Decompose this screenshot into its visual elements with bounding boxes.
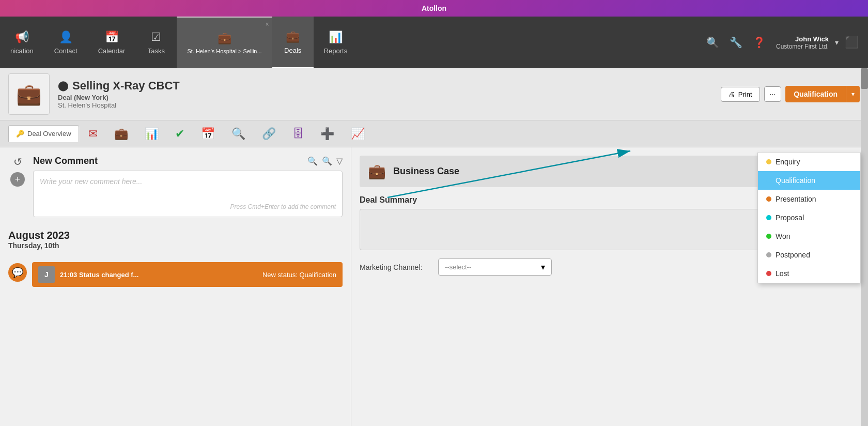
nav-label-contact: Contact [54,47,78,55]
timeline-entry-row: 💬 J 21:03 Status changed f... New status… [8,258,343,287]
dot-icon-proposal [766,215,771,220]
dot-icon-won [766,234,771,239]
status-dropdown[interactable]: EnquiryQualificationPresentationProposal… [757,152,861,283]
dropdown-item-proposal[interactable]: Proposal [758,208,860,227]
reports-icon: 📊 [329,31,343,44]
scrollbar-track[interactable] [861,147,868,426]
deal-company: St. Helen's Hospital [58,101,712,109]
tab-check[interactable]: ✔ [168,123,192,145]
content-area: 💼 ⬤ Selling X-Ray CBCT Deal (New York) S… [0,68,868,426]
deal-header: 💼 ⬤ Selling X-Ray CBCT Deal (New York) S… [0,68,868,120]
timeline-controls: ↺ + [8,156,27,187]
tab-link[interactable]: 🔗 [255,123,283,145]
marketing-select-text: --select-- [445,263,471,271]
more-button[interactable]: ··· [764,86,782,102]
mail-icon: ✉ [88,127,98,141]
tab-calendar2[interactable]: 📅 [194,123,222,145]
dropdown-item-won[interactable]: Won [758,227,860,246]
tab-plus-circle[interactable]: ➕ [313,123,342,145]
dot-icon-enquiry [766,159,771,164]
comment-header: New Comment 🔍 🔍 ▽ [33,156,343,166]
main-split: ↺ + New Comment 🔍 🔍 ▽ Write your new com… [0,147,868,426]
nav-label-calendar: Calendar [98,47,126,55]
marketing-label: Marketing Channel: [360,263,432,271]
tab-mail[interactable]: ✉ [81,123,105,145]
dot-icon-presentation [766,196,771,202]
nav-tab-deals[interactable]: 💼 Deals [272,17,314,68]
timeline-entry[interactable]: J 21:03 Status changed f... New status: … [32,262,343,287]
tab-close-button[interactable]: × [266,21,269,28]
dropdown-label-postponed: Postponed [776,251,810,259]
dropdown-item-lost[interactable]: Lost [758,264,860,283]
deals-icon: 💼 [286,30,300,43]
print-label: Print [738,90,752,98]
qualification-button[interactable]: Qualification [785,86,846,102]
tab-deal-overview[interactable]: 🔑 Deal Overview [8,125,79,142]
tab-strip: 🔑 Deal Overview ✉ 💼 📊 ✔ 📅 🔍 🔗 🗄 ➕ [0,120,868,147]
tasks-icon: ☑ [151,31,161,44]
nav-item-calendar[interactable]: 📅 Calendar [88,17,136,68]
qualification-dropdown-button[interactable]: ▾ [846,86,860,102]
dropdown-item-postponed[interactable]: Postponed [758,246,860,264]
active-tab-label: St. Helen's Hospital > Sellin... [187,48,261,54]
app-title: Atollon [422,4,446,12]
comment-section: ↺ + New Comment 🔍 🔍 ▽ Write your new com… [8,156,343,217]
undo-button[interactable]: ↺ [13,156,22,168]
dropdown-label-lost: Lost [776,269,789,278]
tab-briefcase-icon: 💼 [114,127,128,141]
nav-item-tasks[interactable]: ☑ Tasks [135,17,177,68]
user-name: John Wick [795,35,829,43]
tab-grid[interactable]: 📊 [137,123,166,145]
tab-search[interactable]: 🔍 [224,123,253,145]
dropdown-item-presentation[interactable]: Presentation [758,190,860,208]
comment-form: New Comment 🔍 🔍 ▽ Write your new comment… [33,156,343,217]
timeline-entry-avatar: J [38,266,55,283]
plus-circle-icon: ➕ [320,127,334,141]
chart-icon: 📈 [351,127,365,141]
nav-tab-reports[interactable]: 📊 Reports [314,17,358,68]
user-chevron[interactable]: ▾ [835,38,839,47]
calendar-icon: 📅 [105,31,119,44]
marketing-select-chevron: ▾ [541,262,545,272]
dropdown-item-qualification[interactable]: Qualification [758,171,860,190]
add-comment-button[interactable]: + [10,172,25,187]
comment-tools: 🔍 🔍 ▽ [307,156,343,166]
deal-title: Selling X-Ray CBCT [72,79,180,93]
timeline-entry-status: New status: Qualification [262,271,336,279]
deal-overview-label: Deal Overview [27,130,71,138]
nav-label-deals: Deals [284,47,301,54]
comment-box[interactable]: Write your new comment here... Press Cmd… [33,171,343,217]
nav-label-reports: Reports [324,47,348,55]
user-company: Customer First Ltd. [776,43,829,50]
dropdown-item-enquiry[interactable]: Enquiry [758,153,860,171]
status-button-group: Qualification ▾ [785,86,860,102]
settings-icon[interactable]: 🔧 [725,32,747,53]
db-icon: 🗄 [292,127,304,141]
comment-title: New Comment [33,156,98,166]
timeline-date: August 2023 [8,230,343,241]
marketing-select[interactable]: --select-- ▾ [438,258,552,276]
help-icon[interactable]: ❓ [749,32,770,53]
nav-item-contact[interactable]: 👤 Contact [44,17,88,68]
deal-subtitle: Deal (New York) [58,94,712,101]
deal-dot-icon: ⬤ [58,80,68,92]
chat-avatar: 💬 [8,263,27,282]
dropdown-label-proposal: Proposal [776,214,804,222]
tab-chart[interactable]: 📈 [344,123,372,145]
user-info[interactable]: John Wick Customer First Ltd. [772,35,833,50]
search-icon[interactable]: 🔍 [702,32,723,53]
zoom-in-icon[interactable]: 🔍 [307,156,318,166]
check-icon: ✔ [175,127,184,141]
filter-icon[interactable]: ▽ [336,156,343,166]
nav-item-communication[interactable]: 📢 nication [0,17,44,68]
tab-db[interactable]: 🗄 [285,123,311,145]
dropdown-label-presentation: Presentation [776,195,816,203]
nav-active-tab[interactable]: 💼 St. Helen's Hospital > Sellin... × [177,17,272,68]
print-button[interactable]: 🖨 Print [721,87,760,102]
calendar2-icon: 📅 [201,127,215,141]
zoom-out-icon[interactable]: 🔍 [322,156,332,166]
tab-briefcase[interactable]: 💼 [107,123,135,145]
logout-icon[interactable]: ⬛ [841,32,863,53]
comment-placeholder: Write your new comment here... [40,177,336,186]
dot-icon-qualification [766,178,771,183]
